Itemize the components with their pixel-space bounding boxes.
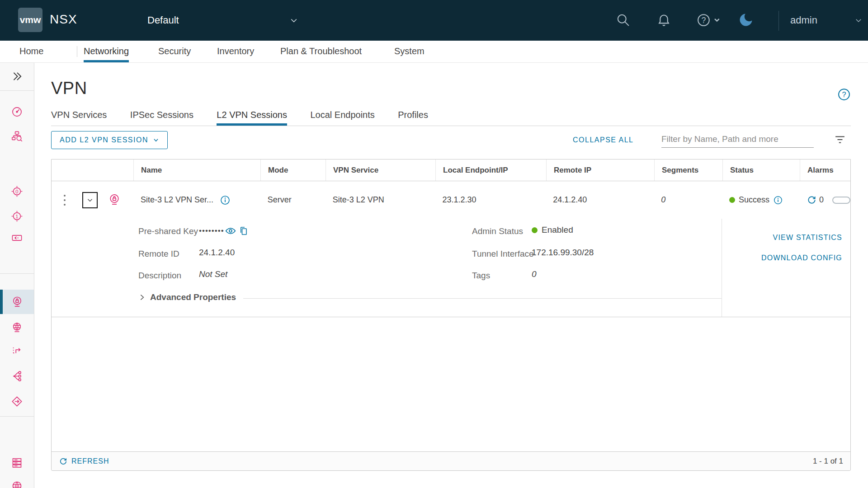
- column-alarms[interactable]: Alarms: [800, 160, 850, 181]
- chevron-right-icon: [138, 294, 146, 301]
- table-row: Site-3 L2 VPN Ser... Server Site-3 L2 VP…: [52, 181, 850, 219]
- filter-icon[interactable]: [834, 135, 846, 145]
- download-config-link[interactable]: DOWNLOAD CONFIG: [761, 254, 842, 262]
- tab-profiles[interactable]: Profiles: [398, 106, 428, 126]
- vpn-lock-icon: [11, 296, 24, 308]
- sidebar-divider: [0, 90, 34, 91]
- cell-status: Success: [722, 195, 799, 205]
- tab-l2-vpn-sessions[interactable]: L2 VPN Sessions: [217, 106, 287, 126]
- sidebar-item-network-topology[interactable]: [0, 124, 34, 148]
- main-navbar: Home Networking Security Inventory Plan …: [0, 41, 868, 63]
- tab-local-endpoints[interactable]: Local Endpoints: [310, 106, 374, 126]
- page-title: VPN: [51, 79, 87, 98]
- cell-name: Site-3 L2 VPN Ser...: [133, 195, 260, 206]
- sidebar-item-vpn[interactable]: [0, 290, 34, 314]
- header-divider: [778, 11, 779, 31]
- org-selector-value: Default: [147, 14, 179, 26]
- cell-vpn-service: Site-3 L2 VPN: [326, 195, 435, 205]
- sidebar-divider: [0, 273, 34, 274]
- chevron-down-icon: [854, 16, 863, 24]
- chevron-down-icon: [153, 137, 159, 143]
- admin-status-value: Enabled: [532, 225, 573, 235]
- row-menu-kebab-icon[interactable]: [61, 193, 68, 207]
- nav-plan-troubleshoot[interactable]: Plan & Troubleshoot: [280, 41, 362, 62]
- cell-segments[interactable]: 0: [654, 195, 722, 205]
- help-menu-icon[interactable]: ?: [696, 13, 720, 28]
- field-label: Description: [138, 271, 181, 281]
- tab-ipsec-sessions[interactable]: IPSec Sessions: [130, 106, 193, 126]
- globe-icon: [11, 480, 23, 488]
- column-status[interactable]: Status: [722, 160, 800, 181]
- cell-remote-ip: 24.1.2.40: [546, 195, 654, 205]
- cell-mode: Server: [260, 195, 326, 205]
- vmware-logo[interactable]: vmw: [18, 8, 42, 32]
- show-key-eye-icon[interactable]: [225, 225, 236, 237]
- column-vpn-service[interactable]: VPN Service: [326, 160, 435, 181]
- notifications-bell-icon[interactable]: [656, 13, 671, 28]
- tier0-gateway-icon: 0: [11, 185, 23, 197]
- share-nodes-icon: [11, 370, 23, 382]
- segments-icon: [11, 232, 23, 244]
- column-name[interactable]: Name: [133, 160, 260, 181]
- advanced-divider-line: [243, 298, 722, 299]
- sidebar-item-nat[interactable]: [0, 315, 34, 339]
- sidebar-item-tier0-gateways[interactable]: 0: [0, 179, 34, 203]
- column-segments[interactable]: Segments: [654, 160, 722, 181]
- dark-mode-moon-icon[interactable]: [738, 12, 753, 27]
- info-icon[interactable]: [220, 195, 231, 206]
- row-expander-toggle[interactable]: [82, 192, 98, 208]
- nav-inventory[interactable]: Inventory: [217, 41, 254, 62]
- svg-text:?: ?: [701, 16, 706, 25]
- nav-home[interactable]: Home: [19, 41, 43, 62]
- product-name: NSX: [50, 12, 77, 27]
- svg-text:?: ?: [842, 90, 846, 99]
- page-help-icon[interactable]: ?: [837, 88, 851, 101]
- sidebar-item-tier1-gateways[interactable]: 1: [0, 204, 34, 228]
- collapse-all-button[interactable]: COLLAPSE ALL: [573, 136, 634, 144]
- sidebar-expand-button[interactable]: [0, 62, 34, 90]
- org-selector-dropdown[interactable]: Default: [147, 0, 298, 41]
- field-label: Tags: [472, 271, 490, 281]
- search-icon[interactable]: [616, 13, 631, 28]
- sidebar-item-forwarding-policies[interactable]: [0, 364, 34, 388]
- svg-text:1: 1: [15, 213, 18, 219]
- add-l2-vpn-session-button[interactable]: ADD L2 VPN SESSION: [51, 131, 168, 149]
- user-menu[interactable]: admin: [790, 0, 863, 41]
- nav-system[interactable]: System: [394, 41, 425, 62]
- field-label: Tunnel Interface: [472, 249, 534, 259]
- field-label: Remote ID: [138, 249, 179, 259]
- column-local-endpoint[interactable]: Local Endpoint/IP: [435, 160, 546, 181]
- advanced-properties-toggle[interactable]: Advanced Properties: [138, 292, 236, 302]
- diamond-arrow-icon: [11, 395, 23, 408]
- sidebar-item-segments[interactable]: [0, 225, 34, 250]
- alarm-count[interactable]: 0: [819, 195, 824, 205]
- tags-value: 0: [532, 269, 537, 279]
- sidebar-item-ip-address-pools[interactable]: [0, 450, 34, 475]
- sidebar-item-dns[interactable]: [0, 474, 34, 488]
- sidebar-item-evpn[interactable]: [0, 389, 34, 413]
- field-label: Admin Status: [472, 226, 523, 236]
- refresh-button[interactable]: REFRESH: [59, 457, 109, 466]
- tab-vpn-services[interactable]: VPN Services: [51, 106, 107, 126]
- cell-alarms: 0: [799, 195, 850, 205]
- tier1-gateway-icon: 1: [11, 210, 23, 222]
- column-controls: [52, 160, 133, 181]
- nav-networking[interactable]: Networking: [84, 41, 129, 62]
- copy-key-icon[interactable]: [238, 225, 249, 236]
- status-info-icon[interactable]: [773, 195, 783, 205]
- sidebar-item-load-balancing[interactable]: [0, 339, 34, 364]
- sidebar-item-network-overview[interactable]: [0, 99, 34, 124]
- status-label: Success: [739, 195, 769, 205]
- l2-vpn-session-icon: [108, 193, 121, 206]
- alarm-trend-pill: [832, 197, 850, 204]
- view-statistics-link[interactable]: VIEW STATISTICS: [773, 234, 842, 242]
- session-name[interactable]: Site-3 L2 VPN Ser...: [141, 195, 213, 205]
- column-remote-ip[interactable]: Remote IP: [546, 160, 654, 181]
- tunnel-interface-value: 172.16.99.30/28: [532, 248, 594, 258]
- nav-security[interactable]: Security: [158, 41, 191, 62]
- active-indicator: [0, 290, 3, 314]
- filter-input[interactable]: [661, 131, 814, 147]
- refresh-status-icon[interactable]: [807, 195, 817, 205]
- column-mode[interactable]: Mode: [260, 160, 326, 181]
- row-details-panel: Pre-shared Key •••••••• Remote ID 24.1.2…: [52, 219, 850, 317]
